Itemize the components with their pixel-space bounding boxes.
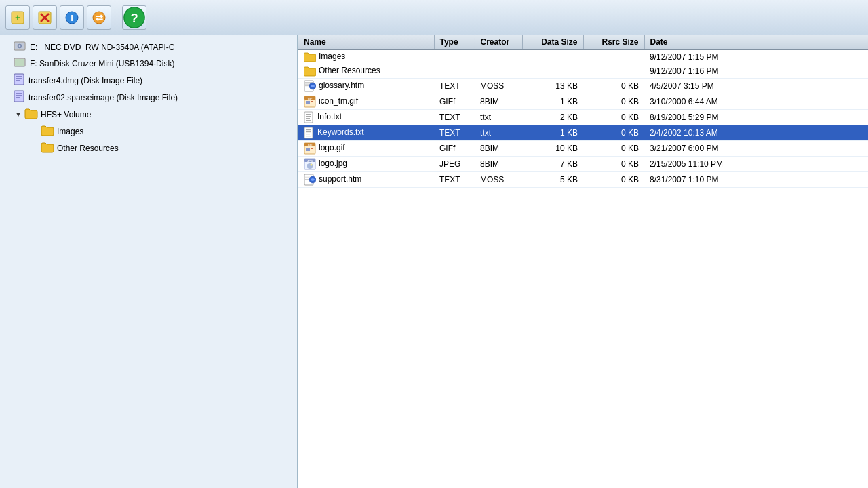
table-row[interactable]: JPG logo.jpgJPEG8BIM7 KB0 KB2/15/2005 11… (298, 157, 868, 172)
toolbar: + i ⇄ ? (0, 0, 868, 35)
remove-button[interactable] (33, 5, 57, 30)
file-table: Name Type Creator Data Size Rsrc Size Da… (298, 35, 868, 188)
dmg-icon (14, 73, 26, 87)
file-rsrcsize-cell: 0 KB (583, 94, 644, 110)
svg-rect-34 (306, 101, 310, 104)
table-row[interactable]: Images9/12/2007 1:15 PM (298, 49, 868, 64)
file-name-cell: Info.txt (298, 110, 434, 125)
file-datasize-cell: 1 KB (522, 94, 583, 110)
tree-item-dvd[interactable]: E: _NEC DVD_RW ND-3540A (ATAPI-C (0, 39, 297, 56)
svg-text:i: i (71, 13, 73, 23)
file-creator-cell (475, 64, 522, 79)
file-name-cell: JPG logo.jpg (298, 157, 434, 172)
col-header-datasize[interactable]: Data Size (522, 35, 583, 49)
file-rsrcsize-cell: 0 KB (583, 125, 644, 141)
info-button[interactable]: i (60, 5, 84, 30)
file-type-cell: JPEG (434, 157, 475, 172)
tree-item-sparse[interactable]: transfer02.sparseimage (Disk Image File) (0, 89, 297, 106)
file-name-cell: Images (298, 49, 434, 64)
file-datasize-cell (522, 64, 583, 79)
col-header-creator[interactable]: Creator (475, 35, 522, 49)
file-rsrcsize-cell: 0 KB (583, 157, 644, 172)
table-row[interactable]: GIF icon_tm.gifGIFf8BIM1 KB0 KB3/10/2000… (298, 94, 868, 110)
table-row[interactable]: GIF logo.gifGIFf8BIM10 KB0 KB3/21/2007 6… (298, 141, 868, 157)
svg-rect-39 (306, 118, 310, 119)
main-container: E: _NEC DVD_RW ND-3540A (ATAPI-C F: SanD… (0, 35, 868, 488)
file-date-cell: 2/4/2002 10:13 AM (644, 125, 868, 141)
dvd-icon (14, 41, 27, 54)
file-datasize-cell: 7 KB (522, 157, 583, 172)
file-date-cell: 9/12/2007 1:15 PM (644, 49, 868, 64)
expand-hfs: ▼ (14, 110, 23, 118)
table-row[interactable]: support.htmTEXTMOSS5 KB0 KB8/31/2007 1:1… (298, 172, 868, 188)
svg-rect-38 (306, 116, 311, 117)
other-label: Other Resources (57, 144, 119, 153)
svg-rect-18 (16, 76, 22, 77)
file-date-cell: 4/5/2007 3:15 PM (644, 79, 868, 94)
usb-label: F: SanDisk Cruzer Mini (USB1394-Disk) (30, 59, 174, 68)
file-datasize-cell: 10 KB (522, 141, 583, 157)
svg-rect-23 (16, 95, 22, 96)
svg-rect-35 (311, 101, 313, 102)
file-type-cell (434, 64, 475, 79)
svg-rect-41 (304, 127, 313, 138)
images-folder-icon (41, 124, 54, 138)
svg-rect-43 (306, 131, 311, 132)
svg-rect-24 (16, 97, 20, 98)
svg-rect-17 (14, 74, 24, 85)
tree-item-images[interactable]: Images (0, 123, 297, 140)
tree-item-other-resources[interactable]: Other Resources (0, 140, 297, 157)
svg-point-14 (19, 45, 20, 47)
tree-item-usb[interactable]: F: SanDisk Cruzer Mini (USB1394-Disk) (0, 56, 297, 72)
svg-rect-44 (306, 134, 310, 134)
table-row[interactable]: Other Resources9/12/2007 1:16 PM (298, 64, 868, 79)
hfs-icon (24, 107, 38, 121)
file-type-cell: TEXT (434, 110, 475, 125)
svg-point-55 (311, 164, 313, 166)
col-header-type[interactable]: Type (434, 35, 475, 49)
table-row[interactable]: Info.txtTEXTttxt2 KB0 KB8/19/2001 5:29 P… (298, 110, 868, 125)
file-creator-cell: 8BIM (475, 157, 522, 172)
file-datasize-cell: 2 KB (522, 110, 583, 125)
svg-text:GIF: GIF (308, 97, 313, 100)
col-header-rsrcsize[interactable]: Rsrc Size (583, 35, 644, 49)
file-datasize-cell: 5 KB (522, 172, 583, 188)
table-header-row: Name Type Creator Data Size Rsrc Size Da… (298, 35, 868, 49)
tree-item-dmg[interactable]: transfer4.dmg (Disk Image File) (0, 72, 297, 89)
file-rsrcsize-cell (583, 64, 644, 79)
svg-text:GIF: GIF (308, 144, 313, 147)
svg-rect-20 (16, 80, 20, 81)
table-row[interactable]: glossary.htmTEXTMOSS13 KB0 KB4/5/2007 3:… (298, 79, 868, 94)
file-creator-cell: ttxt (475, 110, 522, 125)
table-row[interactable]: Keywords.txtTEXTttxt1 KB0 KB2/4/2002 10:… (298, 125, 868, 141)
tree-item-hfs[interactable]: ▼ HFS+ Volume (0, 106, 297, 123)
svg-rect-42 (306, 129, 311, 130)
other-folder-icon (41, 141, 54, 155)
file-name-cell: support.htm (298, 172, 434, 188)
file-creator-cell: MOSS (475, 172, 522, 188)
transfer-button[interactable]: ⇄ (87, 5, 111, 30)
file-creator-cell: ttxt (475, 125, 522, 141)
file-creator-cell: MOSS (475, 79, 522, 94)
file-datasize-cell (522, 49, 583, 64)
file-date-cell: 3/10/2000 6:44 AM (644, 94, 868, 110)
svg-text:JPG: JPG (307, 159, 313, 163)
file-name-cell: Other Resources (298, 64, 434, 79)
file-date-cell: 8/31/2007 1:10 PM (644, 172, 868, 188)
svg-rect-40 (306, 120, 311, 121)
col-header-name[interactable]: Name (298, 35, 434, 49)
file-date-cell: 3/21/2007 6:00 PM (644, 141, 868, 157)
file-date-cell: 9/12/2007 1:16 PM (644, 64, 868, 79)
help-button[interactable]: ? (122, 5, 146, 30)
add-button[interactable]: + (5, 5, 30, 30)
file-rsrcsize-cell (583, 49, 644, 64)
file-name-cell: glossary.htm (298, 79, 434, 94)
usb-icon (14, 57, 27, 70)
file-creator-cell: 8BIM (475, 94, 522, 110)
file-rsrcsize-cell: 0 KB (583, 110, 644, 125)
col-header-date[interactable]: Date (644, 35, 868, 49)
file-datasize-cell: 1 KB (522, 125, 583, 141)
svg-point-54 (307, 163, 313, 169)
file-name-cell: GIF icon_tm.gif (298, 94, 434, 110)
hfs-label: HFS+ Volume (41, 110, 91, 119)
